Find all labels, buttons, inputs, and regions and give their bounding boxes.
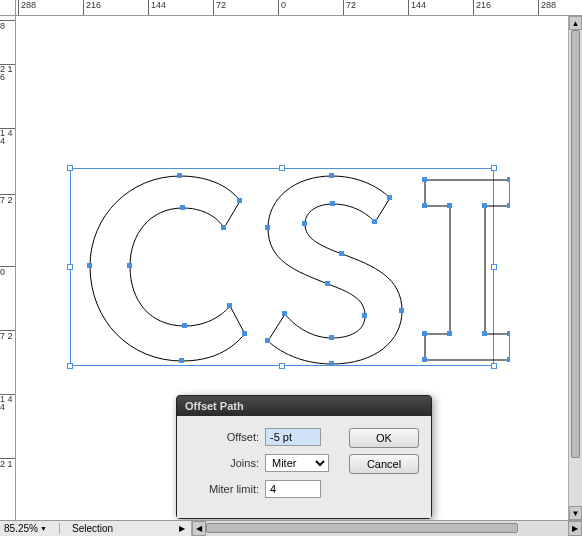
scrollbar-horizontal[interactable]: ◀ ▶	[191, 521, 582, 536]
ruler-tick: 72	[216, 0, 226, 10]
ruler-tick: 2 1 6	[0, 65, 15, 81]
offset-label: Offset:	[189, 431, 259, 443]
triangle-right-icon[interactable]: ▶	[173, 524, 191, 533]
svg-rect-12	[265, 225, 270, 230]
zoom-value: 85.25%	[4, 523, 38, 534]
svg-rect-29	[422, 357, 427, 362]
ruler-tick: 288	[21, 0, 36, 10]
svg-rect-15	[329, 335, 334, 340]
svg-rect-2	[87, 263, 92, 268]
ruler-tick: 0	[0, 268, 5, 276]
svg-rect-3	[179, 358, 184, 363]
scroll-right-icon[interactable]: ▶	[568, 521, 582, 536]
ruler-corner	[0, 0, 16, 16]
scroll-down-icon[interactable]: ▼	[569, 506, 582, 520]
scroll-thumb[interactable]	[571, 30, 580, 458]
svg-rect-6	[182, 323, 187, 328]
ok-button[interactable]: OK	[349, 428, 419, 448]
svg-rect-16	[282, 311, 287, 316]
svg-rect-0	[237, 198, 242, 203]
ruler-horizontal: 288 216 144 72 0 72 144 216 288	[16, 0, 582, 16]
current-tool: Selection	[60, 523, 173, 534]
svg-rect-23	[372, 219, 377, 224]
svg-rect-21	[302, 221, 307, 226]
ruler-tick: 72	[346, 0, 356, 10]
ruler-vertical: 8 2 1 6 1 4 4 7 2 0 7 2 1 4 4 2 1	[0, 16, 16, 520]
joins-label: Joins:	[189, 457, 259, 469]
joins-select[interactable]: Miter	[265, 454, 329, 472]
svg-rect-8	[180, 205, 185, 210]
scroll-thumb[interactable]	[206, 523, 518, 533]
ruler-tick: 216	[476, 0, 491, 10]
miter-limit-input[interactable]	[265, 480, 321, 498]
svg-rect-24	[422, 177, 427, 182]
ruler-tick: 144	[151, 0, 166, 10]
svg-rect-11	[329, 173, 334, 178]
offset-input[interactable]	[265, 428, 321, 446]
svg-rect-33	[482, 203, 487, 208]
scrollbar-vertical[interactable]: ▲ ▼	[568, 16, 582, 520]
chevron-down-icon: ▼	[40, 525, 47, 532]
svg-rect-10	[387, 195, 392, 200]
svg-rect-20	[339, 251, 344, 256]
svg-rect-32	[482, 331, 487, 336]
svg-rect-30	[507, 357, 510, 362]
svg-rect-31	[507, 331, 510, 336]
svg-rect-28	[422, 331, 427, 336]
svg-rect-4	[242, 331, 247, 336]
ruler-tick: 216	[86, 0, 101, 10]
ruler-tick: 0	[281, 0, 286, 10]
ruler-tick: 8	[0, 22, 5, 30]
ruler-tick: 288	[541, 0, 556, 10]
svg-rect-26	[447, 203, 452, 208]
path-artwork[interactable]	[70, 166, 510, 376]
svg-rect-13	[325, 281, 330, 286]
svg-rect-18	[329, 361, 334, 366]
ruler-tick: 7 2	[0, 332, 13, 340]
offset-path-dialog: Offset Path Offset: Joins: Miter Miter l…	[176, 395, 432, 519]
svg-rect-7	[127, 263, 132, 268]
cancel-button[interactable]: Cancel	[349, 454, 419, 474]
svg-rect-5	[227, 303, 232, 308]
scroll-up-icon[interactable]: ▲	[569, 16, 582, 30]
miter-limit-label: Miter limit:	[189, 483, 259, 495]
ruler-tick: 144	[411, 0, 426, 10]
ruler-tick: 1 4 4	[0, 395, 15, 411]
ruler-tick: 2 1	[0, 460, 13, 468]
ruler-tick: 1 4 4	[0, 129, 15, 145]
svg-rect-25	[422, 203, 427, 208]
ruler-tick: 7 2	[0, 196, 13, 204]
svg-rect-34	[507, 203, 510, 208]
svg-rect-35	[507, 177, 510, 182]
scroll-left-icon[interactable]: ◀	[192, 521, 206, 536]
svg-rect-22	[330, 201, 335, 206]
svg-rect-19	[399, 308, 404, 313]
svg-rect-17	[265, 338, 270, 343]
svg-rect-9	[221, 225, 226, 230]
svg-rect-1	[177, 173, 182, 178]
svg-rect-27	[447, 331, 452, 336]
zoom-level[interactable]: 85.25% ▼	[0, 523, 60, 534]
dialog-title: Offset Path	[177, 396, 431, 416]
status-bar: 85.25% ▼ Selection ▶ ◀ ▶	[0, 520, 582, 536]
svg-rect-14	[362, 313, 367, 318]
